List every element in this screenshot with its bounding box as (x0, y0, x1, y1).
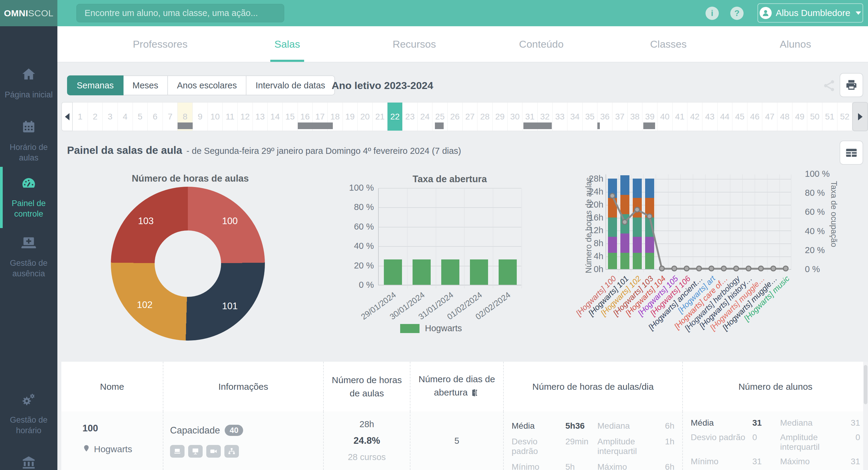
previous-weeks-button[interactable] (61, 102, 73, 131)
week-cell[interactable]: 38 (628, 103, 643, 131)
stacked-plot: [Hogwarts] 100[Hogwarts] 101[Hogwarts] 1… (606, 174, 791, 270)
week-cell[interactable]: 51 (823, 103, 837, 131)
week-cell[interactable]: 52 (837, 103, 852, 131)
column-header-dias-abertura[interactable]: Número de dias de abertura (410, 362, 503, 411)
tab-conteudo[interactable]: Conteúdo (478, 26, 605, 62)
occupancy-line (606, 174, 792, 270)
week-cell[interactable]: 18 (328, 103, 343, 131)
sidebar-item-gestao-de-ausencia[interactable]: Gestão de ausência (0, 235, 57, 279)
week-cell[interactable]: 29 (493, 103, 508, 131)
right-tick-label: 100 % (805, 169, 830, 179)
open-rate-bar (412, 260, 431, 285)
week-cell[interactable]: 30 (508, 103, 523, 131)
gridline (379, 188, 521, 189)
week-cell[interactable]: 6 (148, 103, 163, 131)
sidebar-item-painel-de-controle[interactable]: Painel de controle (0, 175, 57, 220)
week-cell[interactable]: 9 (193, 103, 208, 131)
week-cell[interactable]: 41 (673, 103, 688, 131)
sidebar-item-admin[interactable]: Admin. (0, 455, 57, 470)
week-cell[interactable]: 36 (597, 103, 613, 131)
help-icon[interactable]: ? (730, 7, 744, 20)
tab-salas[interactable]: Salas (224, 26, 351, 62)
week-cell[interactable]: 25 (433, 103, 447, 131)
week-cell[interactable]: 24 (418, 103, 433, 131)
week-cell[interactable]: 33 (553, 103, 568, 131)
info-icon[interactable]: i (706, 7, 719, 20)
week-cell[interactable]: 35 (583, 103, 598, 131)
week-cell[interactable]: 20 (358, 103, 373, 131)
week-cell[interactable]: 32 (537, 103, 553, 131)
week-cell[interactable]: 43 (703, 103, 718, 131)
scrollbar-thumb[interactable] (864, 365, 867, 404)
week-cell[interactable]: 17 (313, 103, 328, 131)
rooms-stacked-chart: Número de horas de aulas 0h4h8h12h16h20h… (580, 169, 868, 350)
week-cell[interactable]: 46 (747, 103, 763, 131)
week-cell[interactable]: 31 (523, 103, 537, 131)
hours-donut-chart: Número de horas de aulas 100101102103 (79, 169, 302, 350)
week-cell[interactable]: 39 (642, 103, 657, 131)
week-cell[interactable]: 28 (477, 103, 493, 131)
week-cell[interactable]: 11 (223, 103, 238, 131)
week-cell[interactable]: 21 (373, 103, 388, 131)
gears-icon (21, 392, 36, 410)
week-cell[interactable]: 13 (253, 103, 268, 131)
week-cell[interactable]: 34 (567, 103, 583, 131)
week-cell[interactable]: 44 (718, 103, 733, 131)
door-open-sort-icon[interactable] (470, 388, 479, 401)
week-cell[interactable]: 48 (777, 103, 793, 131)
tab-recursos[interactable]: Recursos (351, 26, 478, 62)
week-cell[interactable]: 5 (133, 103, 148, 131)
hours-percent: 24.8% (354, 435, 380, 446)
capacity-badge: 40 (225, 425, 243, 436)
table-row-students-cell: Média31Mediana31 Desvio padrão0Amplitude… (682, 411, 868, 470)
right-tick-label: 20 % (805, 245, 825, 255)
week-cell[interactable]: 19 (343, 103, 358, 131)
week-cell[interactable]: 16 (298, 103, 313, 131)
week-cell[interactable]: 3 (103, 103, 118, 131)
sidebar-item-pagina-inicial[interactable]: Página inicial (0, 67, 57, 100)
week-cell[interactable]: 8 (178, 103, 193, 131)
week-cell[interactable]: 1 (73, 103, 88, 131)
week-cell[interactable]: 4 (118, 103, 133, 131)
week-cell[interactable]: 7 (163, 103, 178, 131)
week-cell[interactable]: 49 (793, 103, 808, 131)
table-view-button[interactable] (840, 141, 863, 165)
user-name: Albus Dumbledore (776, 8, 850, 18)
print-button[interactable] (840, 73, 863, 97)
filter-intervalo-button[interactable]: Intervalo de datas (246, 75, 335, 95)
week-cell[interactable]: 47 (762, 103, 777, 131)
sidebar-item-gestao-de-horario[interactable]: Gestão de horário (0, 392, 57, 436)
week-cell[interactable]: 40 (657, 103, 673, 131)
column-header-horas: Número de horas de aulas (323, 362, 410, 411)
week-cell[interactable]: 45 (733, 103, 747, 131)
panel-header: Painel da salas de aula- de Segunda-feir… (67, 144, 461, 156)
week-cell[interactable]: 42 (687, 103, 703, 131)
location-pin-icon (83, 444, 90, 454)
week-cell[interactable]: 10 (208, 103, 223, 131)
week-cell[interactable]: 27 (463, 103, 478, 131)
chevron-down-icon (856, 11, 861, 15)
tab-alunos[interactable]: Alunos (732, 26, 859, 62)
week-cell[interactable]: 50 (807, 103, 823, 131)
share-icon[interactable] (822, 78, 837, 93)
filter-anos-escolares-button[interactable]: Anos escolares (168, 75, 246, 95)
left-tick-label: 8h (594, 238, 603, 248)
y-tick-label: 40 % (354, 241, 374, 251)
week-cell[interactable]: 22 (388, 103, 403, 131)
filter-semanas-button[interactable]: Semanas (67, 75, 124, 95)
week-cell[interactable]: 2 (88, 103, 103, 131)
week-cell[interactable]: 23 (403, 103, 418, 131)
week-cell[interactable]: 12 (238, 103, 253, 131)
week-cell[interactable]: 37 (613, 103, 628, 131)
sidebar-item-horario-de-aulas[interactable]: Horário de aulas (0, 119, 57, 164)
next-weeks-button[interactable] (852, 102, 868, 131)
user-menu-button[interactable]: Albus Dumbledore (757, 3, 863, 23)
school-year-title: Ano letivo 2023-2024 (332, 75, 433, 95)
search-input[interactable] (76, 4, 284, 22)
filter-meses-button[interactable]: Meses (124, 75, 168, 95)
week-cell[interactable]: 14 (268, 103, 283, 131)
tab-professores[interactable]: Professores (97, 26, 224, 62)
week-cell[interactable]: 26 (447, 103, 463, 131)
tab-classes[interactable]: Classes (605, 26, 732, 62)
week-cell[interactable]: 15 (283, 103, 298, 131)
